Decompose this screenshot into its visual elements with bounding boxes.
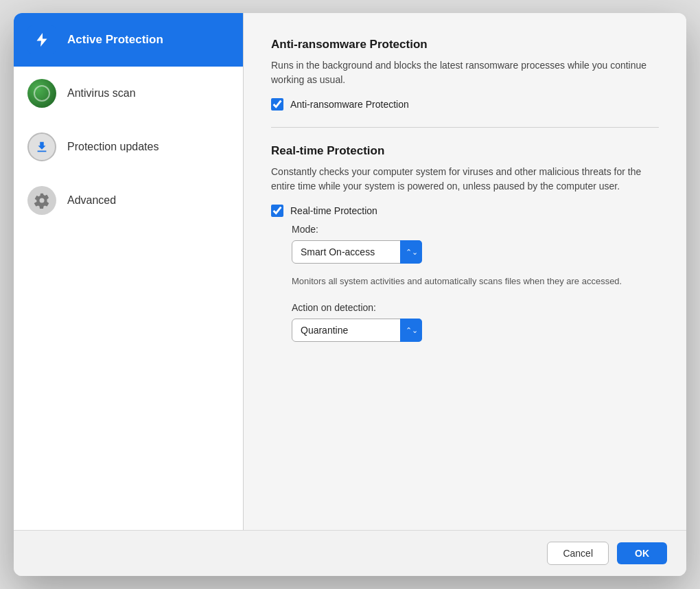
- mode-select-container: Smart On-access Full On-access Disabled: [292, 240, 422, 264]
- download-icon: [27, 132, 56, 161]
- anti-ransomware-title: Anti-ransomware Protection: [271, 38, 659, 51]
- dialog-body: Active Protection Antivirus scan Protect…: [14, 13, 686, 530]
- real-time-section: Real-time Protection Constantly checks y…: [271, 144, 659, 353]
- anti-ransomware-desc: Runs in the background and blocks the la…: [271, 58, 659, 87]
- sidebar-item-updates-label: Protection updates: [67, 141, 159, 153]
- globe-icon: [27, 79, 56, 108]
- section-divider: [271, 127, 659, 128]
- dialog: Active Protection Antivirus scan Protect…: [14, 13, 686, 576]
- action-label: Action on detection:: [292, 302, 659, 313]
- mode-select-wrap: Smart On-access Full On-access Disabled: [292, 240, 422, 264]
- gear-svg: [34, 192, 50, 209]
- anti-ransomware-checkbox-label[interactable]: Anti-ransomware Protection: [290, 99, 409, 110]
- real-time-checkbox-label[interactable]: Real-time Protection: [290, 205, 377, 216]
- real-time-desc: Constantly checks your computer system f…: [271, 165, 659, 194]
- real-time-checkbox-row: Real-time Protection: [271, 205, 659, 217]
- cancel-button[interactable]: Cancel: [547, 542, 609, 565]
- main-content: Anti-ransomware Protection Runs in the b…: [244, 13, 686, 530]
- mode-select[interactable]: Smart On-access Full On-access Disabled: [292, 240, 422, 264]
- sidebar-item-active-protection[interactable]: Active Protection: [14, 13, 243, 67]
- sidebar-item-active-protection-label: Active Protection: [67, 33, 163, 47]
- action-select[interactable]: Quarantine Delete Notify Only: [292, 319, 422, 342]
- bolt-svg: [34, 32, 50, 48]
- sidebar-item-advanced-label: Advanced: [67, 194, 116, 207]
- ok-button[interactable]: OK: [617, 542, 667, 564]
- real-time-checkbox[interactable]: [271, 205, 283, 217]
- sidebar-item-antivirus-label: Antivirus scan: [67, 87, 136, 100]
- anti-ransomware-section: Anti-ransomware Protection Runs in the b…: [271, 38, 659, 111]
- gear-icon: [27, 186, 56, 215]
- download-svg: [34, 139, 49, 154]
- sidebar-item-protection-updates[interactable]: Protection updates: [14, 120, 243, 174]
- sidebar-item-antivirus-scan[interactable]: Antivirus scan: [14, 67, 243, 120]
- anti-ransomware-checkbox-row: Anti-ransomware Protection: [271, 98, 659, 111]
- mode-description: Monitors all system activities and autom…: [292, 275, 635, 288]
- mode-label: Mode:: [292, 224, 659, 235]
- dialog-footer: Cancel OK: [14, 530, 686, 576]
- action-select-wrap: Quarantine Delete Notify Only: [292, 319, 422, 342]
- sidebar-item-advanced[interactable]: Advanced: [14, 174, 243, 227]
- shield-icon: [27, 25, 56, 54]
- anti-ransomware-checkbox[interactable]: [271, 98, 283, 111]
- sidebar: Active Protection Antivirus scan Protect…: [14, 13, 244, 530]
- real-time-title: Real-time Protection: [271, 144, 659, 158]
- action-select-container: Quarantine Delete Notify Only: [292, 319, 422, 342]
